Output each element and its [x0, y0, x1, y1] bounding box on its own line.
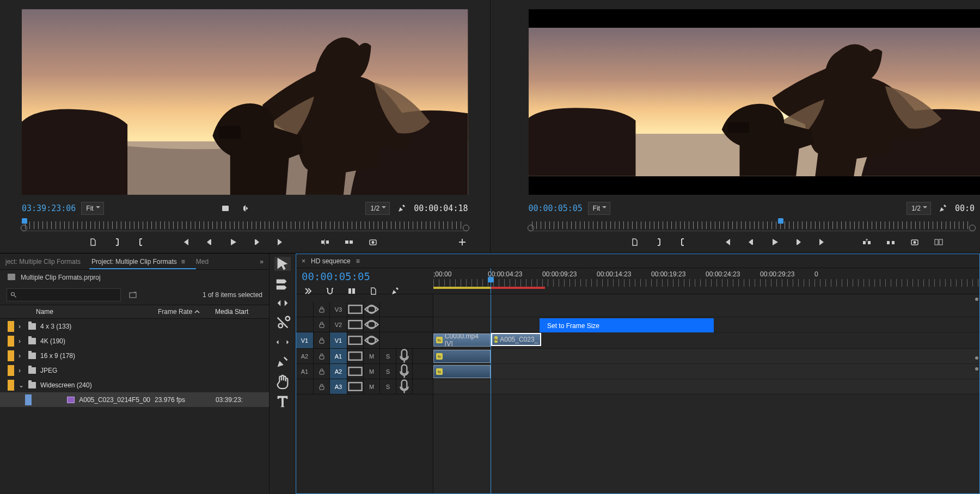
track-header-a1[interactable]: A2A1MS: [296, 349, 433, 364]
toggle-track-output-icon[interactable]: [364, 332, 380, 348]
toggle-sync-icon[interactable]: [347, 364, 364, 379]
drag-audio-icon[interactable]: [237, 202, 250, 215]
prog-play-icon[interactable]: [769, 236, 781, 249]
timeline-audio-clip[interactable]: fx: [433, 350, 491, 363]
mark-in-icon[interactable]: [87, 236, 99, 249]
toggle-sync-icon[interactable]: [347, 302, 364, 317]
bin-row[interactable]: ⌄Widescreen (240): [0, 378, 269, 392]
track-header-a2[interactable]: A1A2MS: [296, 364, 433, 379]
sequence-tab-close-icon[interactable]: ×: [302, 257, 305, 265]
sequence-panel-menu-icon[interactable]: ≡: [356, 257, 360, 265]
toggle-sync-icon[interactable]: [347, 332, 364, 348]
clip-row-selected[interactable]: A005_C023_0214F5_00 23.976 fps 03:39:23:: [0, 392, 269, 407]
context-menu-set-to-frame-size[interactable]: Set to Frame Size: [540, 318, 714, 332]
timeline-playhead[interactable]: [491, 268, 491, 294]
program-zoom-dropdown[interactable]: Fit: [588, 202, 610, 215]
project-tree[interactable]: ›4 x 3 (133) ›4K (190) ›16 x 9 (178) ›JP…: [0, 319, 269, 494]
toggle-sync-icon[interactable]: [347, 317, 364, 332]
toggle-track-output-icon[interactable]: [364, 317, 380, 332]
lock-icon[interactable]: [314, 302, 330, 317]
source-in-timecode[interactable]: 03:39:23:06: [22, 203, 76, 213]
pen-tool-icon[interactable]: [274, 355, 291, 369]
lock-icon[interactable]: [314, 379, 330, 394]
source-out-timecode[interactable]: 00:00:04:18: [414, 203, 468, 213]
track-select-tool-icon[interactable]: [274, 276, 291, 291]
program-video-frame[interactable]: [529, 9, 981, 195]
selection-tool-icon[interactable]: [274, 257, 291, 271]
goto-out-icon[interactable]: [275, 236, 287, 249]
button-editor-icon[interactable]: [456, 236, 468, 249]
program-out-timecode[interactable]: 00:0: [955, 203, 975, 213]
prog-goto-out-icon[interactable]: [817, 236, 829, 249]
source-resolution-dropdown[interactable]: 1/2: [365, 202, 390, 215]
sequence-tab[interactable]: HD sequence: [311, 257, 351, 265]
tab-project-active[interactable]: Project: Multiple Clip Formats: [91, 258, 185, 265]
drag-video-icon[interactable]: [219, 202, 232, 215]
slip-tool-icon[interactable]: [274, 335, 291, 349]
toggle-sync-icon[interactable]: [347, 349, 364, 363]
timeline-vertical-scroll[interactable]: [973, 298, 978, 488]
col-frame-rate[interactable]: Frame Rate: [158, 308, 215, 316]
razor-tool-icon[interactable]: [274, 316, 291, 330]
voice-over-icon[interactable]: [396, 349, 413, 363]
bin-row[interactable]: ›16 x 9 (178): [0, 348, 269, 363]
prog-goto-in-icon[interactable]: [721, 236, 733, 249]
prog-step-back-icon[interactable]: [745, 236, 757, 249]
panel-menu-icon[interactable]: [177, 258, 185, 265]
new-bin-icon[interactable]: [126, 288, 139, 301]
bin-row[interactable]: ›4K (190): [0, 334, 269, 348]
tabs-overflow-icon[interactable]: »: [260, 258, 264, 265]
goto-in-icon[interactable]: [179, 236, 191, 249]
timeline-clip-selected[interactable]: fxA005_C023_: [491, 333, 541, 346]
timeline-clip[interactable]: fxC0030.mp4 [V]: [433, 334, 491, 347]
project-search-input[interactable]: [7, 288, 121, 301]
hand-tool-icon[interactable]: [274, 374, 291, 388]
track-header-a3[interactable]: A3MS: [296, 379, 433, 394]
lift-icon[interactable]: [861, 236, 873, 249]
voice-over-icon[interactable]: [396, 379, 413, 394]
prog-export-frame-icon[interactable]: [909, 236, 921, 249]
timeline-ruler[interactable]: ;00:00 00:00:04:23 00:00:09:23 00:00:14:…: [433, 268, 979, 294]
type-tool-icon[interactable]: [274, 394, 291, 408]
bin-row[interactable]: ›4 x 3 (133): [0, 319, 269, 334]
program-resolution-dropdown[interactable]: 1/2: [906, 202, 931, 215]
ripple-edit-tool-icon[interactable]: [274, 296, 291, 310]
comparison-view-icon[interactable]: [933, 236, 945, 249]
play-icon[interactable]: [227, 236, 239, 249]
step-fwd-icon[interactable]: [251, 236, 263, 249]
track-header-v1[interactable]: V1V1: [296, 332, 433, 349]
program-scrubber[interactable]: [529, 219, 975, 231]
toggle-sync-icon[interactable]: [347, 379, 364, 394]
col-media-start[interactable]: Media Start: [215, 308, 261, 316]
bin-row[interactable]: ›JPEG: [0, 363, 269, 378]
timeline-tracks-area[interactable]: fxC0030.mp4 [V] fxA005_C023_ fx fx Set t…: [433, 294, 979, 493]
tab-truncated-left[interactable]: ject: Multiple Clip Formats: [5, 258, 81, 265]
mark-clip-icon[interactable]: [629, 236, 641, 249]
timeline-audio-clip[interactable]: fx: [433, 365, 491, 378]
overwrite-icon[interactable]: [343, 236, 355, 249]
track-header-v3[interactable]: V3: [296, 302, 433, 317]
voice-over-icon[interactable]: [396, 364, 413, 379]
lock-icon[interactable]: [314, 332, 330, 348]
lock-icon[interactable]: [314, 364, 330, 379]
tab-truncated-right[interactable]: Med: [196, 258, 209, 265]
source-video-frame[interactable]: [22, 9, 468, 195]
out-bracket-icon[interactable]: [135, 236, 147, 249]
step-back-icon[interactable]: [203, 236, 215, 249]
prog-out-bracket-icon[interactable]: [677, 236, 689, 249]
source-zoom-dropdown[interactable]: Fit: [81, 202, 103, 215]
insert-icon[interactable]: [319, 236, 331, 249]
track-header-v2[interactable]: V2: [296, 317, 433, 332]
in-bracket-icon[interactable]: [111, 236, 123, 249]
export-frame-icon[interactable]: [367, 236, 379, 249]
timeline-timecode[interactable]: 00:00:05:05: [302, 270, 428, 282]
prog-step-fwd-icon[interactable]: [793, 236, 805, 249]
source-settings-icon[interactable]: [395, 202, 408, 215]
extract-icon[interactable]: [885, 236, 897, 249]
program-settings-icon[interactable]: [936, 202, 950, 215]
lock-icon[interactable]: [314, 317, 330, 332]
toggle-track-output-icon[interactable]: [364, 302, 380, 317]
col-name[interactable]: Name: [36, 308, 158, 316]
program-in-timecode[interactable]: 00:00:05:05: [529, 203, 583, 213]
prog-in-bracket-icon[interactable]: [653, 236, 665, 249]
